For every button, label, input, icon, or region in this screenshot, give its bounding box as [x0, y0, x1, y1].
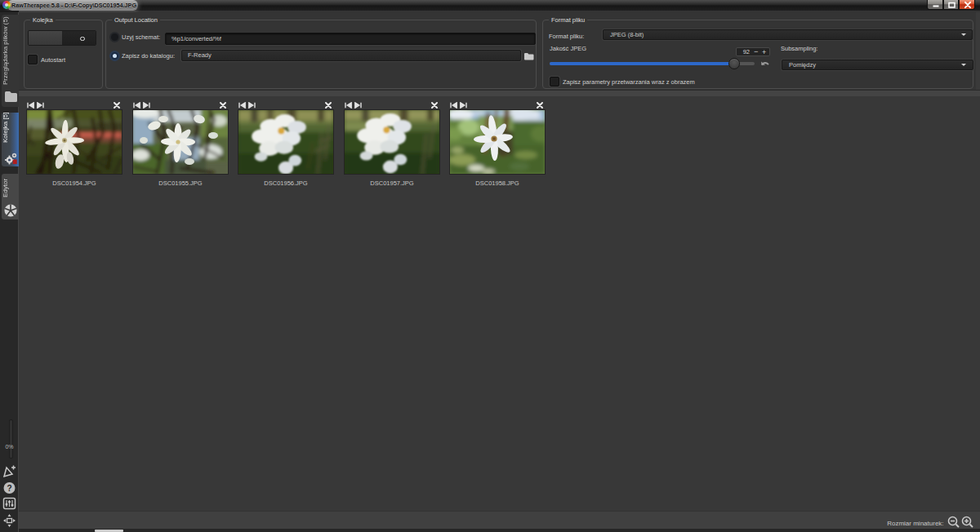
svg-text:?: ? — [7, 484, 11, 493]
